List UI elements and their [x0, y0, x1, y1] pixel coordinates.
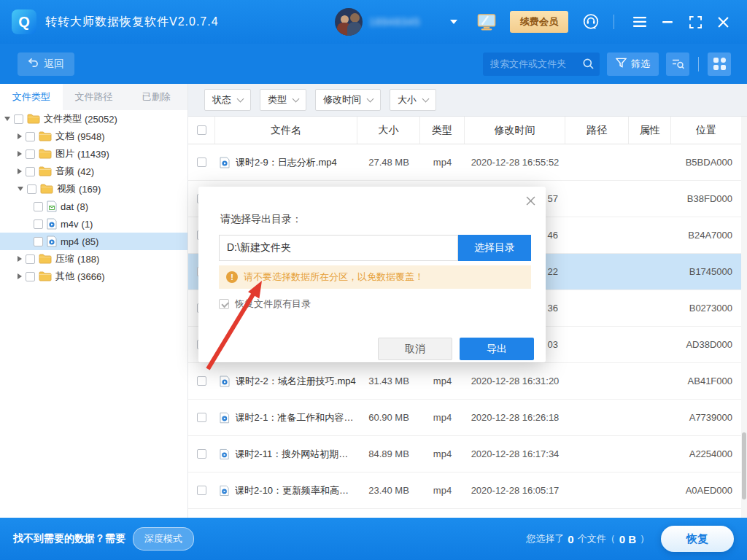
tree-checkbox[interactable]: [34, 219, 43, 229]
table-row[interactable]: 课时2-10：更新频率和高质量... 23.40 MB mp4 2020-12-…: [188, 472, 747, 509]
selection-summary: 您选择了 0 个文件（ 0 B ）: [526, 532, 649, 545]
folder-icon: [39, 149, 52, 159]
deep-mode-button[interactable]: 深度模式: [133, 527, 194, 551]
tree-checkbox[interactable]: [14, 114, 23, 124]
tree-count: (188): [77, 254, 99, 265]
col-header-name: 文件名: [215, 117, 357, 144]
file-location: AD38D000: [671, 339, 741, 350]
app-title: 转转大师数据恢复软件V2.0.7.4: [45, 15, 219, 30]
customer-service-icon[interactable]: [582, 13, 600, 31]
undo-arrow-icon: [28, 58, 39, 70]
expand-arrow-icon[interactable]: [18, 151, 22, 157]
menu-button[interactable]: [630, 12, 649, 31]
file-type: mp4: [420, 448, 465, 459]
tree-checkbox[interactable]: [34, 202, 43, 211]
scrollbar-thumb[interactable]: [742, 432, 746, 499]
row-checkbox[interactable]: [197, 158, 206, 167]
checked-checkbox[interactable]: [219, 299, 229, 309]
tree-checkbox[interactable]: [26, 254, 35, 264]
type-dropdown[interactable]: 类型: [260, 89, 306, 111]
table-row[interactable]: 课时2-2：域名注册技巧.mp4 31.43 MB mp4 2020-12-28…: [188, 363, 747, 400]
tree-checkbox[interactable]: [34, 237, 43, 246]
tree-item-images[interactable]: 图片 (11439): [0, 145, 187, 163]
dialog-close-button[interactable]: [524, 194, 537, 207]
table-row[interactable]: 课时2-1：准备工作和内容来... 60.90 MB mp4 2020-12-2…: [188, 400, 747, 436]
tree-label: 音频: [55, 165, 74, 178]
restore-directory-option[interactable]: 恢复文件原有目录: [219, 298, 311, 311]
renew-membership-button[interactable]: 续费会员: [510, 11, 568, 33]
minimize-button[interactable]: [658, 12, 677, 31]
search-icon[interactable]: [583, 58, 594, 69]
tab-file-type[interactable]: 文件类型: [0, 84, 63, 110]
tab-deleted[interactable]: 已删除: [125, 84, 187, 110]
tree-checkbox[interactable]: [26, 132, 35, 141]
account-dropdown-caret-icon[interactable]: [450, 20, 457, 24]
file-mtime: 2020-12-28 16:26:18: [465, 412, 565, 423]
collapse-arrow-icon[interactable]: [4, 117, 10, 121]
size-dropdown[interactable]: 大小: [390, 89, 436, 111]
tree-checkbox[interactable]: [26, 272, 35, 281]
tree-label: 文档: [55, 130, 74, 143]
row-checkbox[interactable]: [197, 376, 206, 386]
close-button[interactable]: [713, 12, 732, 31]
table-header: 文件名 大小 类型 修改时间 路径 属性 位置: [188, 117, 747, 144]
table-row[interactable]: 课时2-9：日志分析.mp4 27.48 MB mp4 2020-12-28 1…: [188, 144, 747, 181]
export-path-input[interactable]: [219, 235, 458, 261]
back-button[interactable]: 返回: [18, 52, 74, 76]
expand-arrow-icon[interactable]: [18, 273, 22, 279]
select-all-checkbox[interactable]: [197, 125, 206, 135]
folder-icon: [40, 184, 53, 194]
select-all-cell: [188, 117, 215, 144]
recover-button[interactable]: 恢复: [661, 526, 734, 552]
status-dropdown[interactable]: 状态: [204, 89, 251, 111]
tree-label: 视频: [57, 182, 76, 195]
monitor-icon[interactable]: [477, 14, 496, 31]
expand-arrow-icon[interactable]: [18, 256, 22, 262]
table-row[interactable]: 课时2-11：搜外网站初期真实... 84.89 MB mp4 2020-12-…: [188, 436, 747, 472]
mtime-dropdown[interactable]: 修改时间: [315, 89, 381, 111]
tree-checkbox[interactable]: [26, 149, 35, 159]
row-checkbox[interactable]: [197, 486, 206, 495]
tree-item-dat[interactable]: dat (8): [0, 198, 187, 215]
file-location: B5BDA000: [671, 157, 741, 168]
apps-grid-button[interactable]: [708, 52, 731, 76]
row-checkbox[interactable]: [197, 413, 206, 422]
file-location: A0AED000: [671, 485, 741, 496]
tree-item-video[interactable]: 视频 (169): [0, 180, 187, 198]
media-file-icon: [220, 485, 229, 497]
tree-count: (3666): [77, 271, 105, 282]
expand-arrow-icon[interactable]: [18, 168, 22, 174]
tree-item-other[interactable]: 其他 (3666): [0, 268, 187, 285]
tree-item-archive[interactable]: 压缩 (188): [0, 250, 187, 268]
tree-item-root[interactable]: 文件类型 (25052): [0, 110, 187, 128]
media-file-icon: [220, 448, 229, 460]
tree-checkbox[interactable]: [27, 184, 36, 194]
row-checkbox[interactable]: [197, 449, 206, 459]
expand-arrow-icon[interactable]: [18, 133, 22, 139]
tree-count: (9548): [77, 131, 105, 142]
maximize-button[interactable]: [686, 12, 705, 31]
cancel-button[interactable]: 取消: [378, 338, 452, 360]
tab-file-path[interactable]: 文件路径: [63, 84, 125, 110]
tree-item-docs[interactable]: 文档 (9548): [0, 128, 187, 145]
collapse-arrow-icon[interactable]: [18, 187, 23, 191]
tree-item-m4v[interactable]: m4v (1): [0, 215, 187, 233]
tree-item-mp4[interactable]: mp4 (85): [0, 233, 187, 250]
user-avatar[interactable]: [335, 8, 363, 36]
bottom-bar: 找不到需要的数据？需要 深度模式 您选择了 0 个文件（ 0 B ） 恢复: [0, 518, 747, 560]
tree-checkbox[interactable]: [26, 167, 35, 176]
tree-item-audio[interactable]: 音频 (42): [0, 163, 187, 180]
folder-icon: [39, 271, 52, 281]
export-button[interactable]: 导出: [460, 338, 534, 360]
choose-directory-button[interactable]: 选择目录: [458, 235, 531, 261]
back-label: 返回: [44, 58, 64, 71]
warning-icon: !: [226, 271, 238, 283]
filter-button[interactable]: 筛选: [607, 52, 659, 76]
username-blurred[interactable]: 18948345: [369, 16, 445, 28]
chevron-down-icon: [367, 96, 374, 103]
filter-label: 筛选: [631, 58, 650, 71]
search-in-results-button[interactable]: [666, 52, 689, 76]
col-header-attr: 属性: [629, 117, 671, 144]
search-input[interactable]: [483, 58, 583, 69]
sidebar-tabs: 文件类型 文件路径 已删除: [0, 84, 187, 110]
